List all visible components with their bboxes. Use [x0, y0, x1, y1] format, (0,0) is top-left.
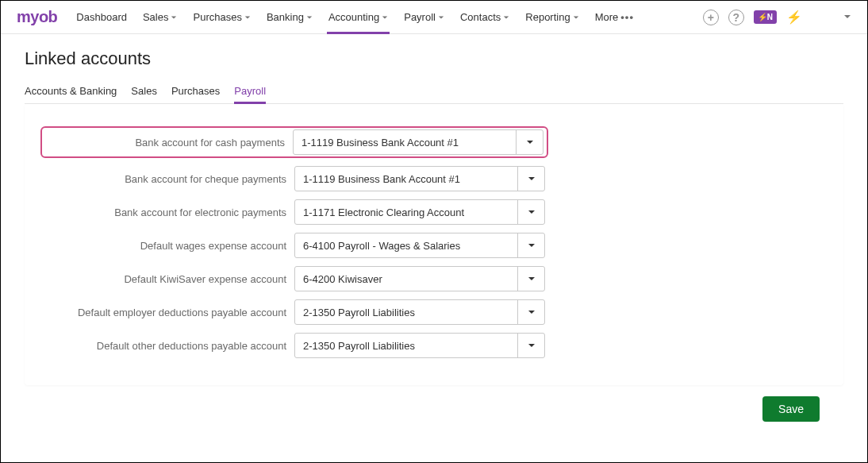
field-row-wages-expense: Default wages expense account 6-4100 Pay… [40, 233, 828, 258]
add-icon[interactable]: + [703, 10, 719, 25]
bolt-icon[interactable]: ⚡ [786, 10, 802, 25]
field-row-employer-deductions: Default employer deductions payable acco… [40, 299, 828, 325]
select-cheque-payments[interactable]: 1-1119 Business Bank Account #1 [294, 166, 545, 191]
field-label: Default wages expense account [40, 240, 294, 252]
select-value: 1-1119 Business Bank Account #1 [301, 137, 459, 149]
notification-badge[interactable]: ⚡N [754, 10, 777, 24]
nav-sales[interactable]: Sales [136, 1, 184, 34]
chevron-down-icon [503, 14, 509, 21]
select-value: 2-1350 Payroll Liabilities [303, 307, 415, 318]
save-button[interactable]: Save [762, 396, 820, 422]
chevron-down-icon [517, 233, 544, 257]
form-panel: Bank account for cash payments 1-1119 Bu… [25, 104, 843, 385]
nav-label: Dashboard [76, 11, 127, 23]
chevron-down-icon [244, 14, 251, 21]
nav-label: Contacts [460, 11, 501, 23]
select-other-deductions[interactable]: 2-1350 Payroll Liabilities [294, 333, 545, 358]
chevron-down-icon [517, 300, 544, 324]
field-row-cash-payments: Bank account for cash payments 1-1119 Bu… [40, 126, 828, 158]
nav-payroll[interactable]: Payroll [398, 1, 451, 34]
nav-label: Banking [267, 11, 304, 23]
nav-more[interactable]: More••• [589, 1, 640, 34]
field-label: Bank account for electronic payments [40, 206, 294, 218]
chevron-down-icon [517, 200, 544, 224]
field-row-electronic-payments: Bank account for electronic payments 1-1… [40, 199, 828, 225]
nav-label: Reporting [525, 11, 570, 23]
tab-purchases[interactable]: Purchases [171, 79, 220, 103]
select-value: 1-1119 Business Bank Account #1 [303, 173, 460, 185]
chevron-down-icon [306, 14, 313, 21]
chevron-down-icon [382, 14, 388, 21]
chevron-down-icon [171, 14, 177, 21]
tab-accounts-banking[interactable]: Accounts & Banking [25, 79, 117, 103]
chevron-down-icon [438, 14, 444, 21]
actions-row: Save [25, 385, 843, 422]
chevron-down-icon [517, 267, 544, 291]
select-cash-payments[interactable]: 1-1119 Business Bank Account #1 [293, 129, 543, 155]
top-nav: myob Dashboard Sales Purchases Banking A… [1, 1, 867, 34]
select-value: 1-1171 Electronic Clearing Account [303, 206, 464, 218]
page-content: Linked accounts Accounts & Banking Sales… [1, 34, 867, 422]
select-wages-expense[interactable]: 6-4100 Payroll - Wages & Salaries [294, 233, 545, 258]
nav-reporting[interactable]: Reporting [519, 1, 585, 34]
nav-contacts[interactable]: Contacts [454, 1, 516, 34]
nav-items: Dashboard Sales Purchases Banking Accoun… [70, 1, 640, 34]
help-icon[interactable]: ? [728, 10, 744, 25]
field-label: Bank account for cheque payments [40, 173, 294, 185]
select-electronic-payments[interactable]: 1-1171 Electronic Clearing Account [294, 199, 545, 225]
nav-accounting[interactable]: Accounting [322, 1, 394, 34]
highlight-box: Bank account for cash payments 1-1119 Bu… [40, 126, 548, 158]
tab-payroll[interactable]: Payroll [234, 79, 266, 103]
nav-label: More [595, 11, 619, 23]
nav-label: Purchases [193, 11, 241, 23]
select-value: 6-4100 Payroll - Wages & Salaries [303, 240, 460, 252]
field-row-kiwisaver-expense: Default KiwiSaver expense account 6-4200… [40, 266, 828, 291]
field-label: Bank account for cash payments [42, 137, 293, 149]
select-value: 2-1350 Payroll Liabilities [303, 340, 415, 352]
field-row-other-deductions: Default other deductions payable account… [40, 333, 828, 358]
nav-label: Payroll [404, 11, 436, 23]
nav-banking[interactable]: Banking [260, 1, 319, 34]
nav-purchases[interactable]: Purchases [186, 1, 256, 34]
page-title: Linked accounts [25, 48, 843, 69]
field-row-cheque-payments: Bank account for cheque payments 1-1119 … [40, 166, 828, 191]
nav-label: Accounting [328, 11, 379, 23]
field-label: Default employer deductions payable acco… [40, 307, 294, 318]
user-menu[interactable] [843, 11, 851, 23]
topnav-right: + ? ⚡N ⚡ [703, 10, 851, 25]
chevron-down-icon [517, 167, 544, 191]
chevron-down-icon [517, 334, 544, 357]
ellipsis-icon: ••• [620, 11, 634, 23]
select-employer-deductions[interactable]: 2-1350 Payroll Liabilities [294, 299, 545, 325]
nav-label: Sales [143, 11, 169, 23]
tabs: Accounts & Banking Sales Purchases Payro… [25, 79, 843, 104]
chevron-down-icon [573, 14, 579, 21]
select-kiwisaver-expense[interactable]: 6-4200 Kiwisaver [294, 266, 545, 291]
field-label: Default KiwiSaver expense account [40, 273, 294, 285]
chevron-down-icon [516, 130, 543, 154]
nav-dashboard[interactable]: Dashboard [70, 1, 133, 34]
tab-sales[interactable]: Sales [131, 79, 157, 103]
brand-logo[interactable]: myob [17, 8, 57, 26]
select-value: 6-4200 Kiwisaver [303, 273, 382, 285]
field-label: Default other deductions payable account [40, 340, 294, 352]
